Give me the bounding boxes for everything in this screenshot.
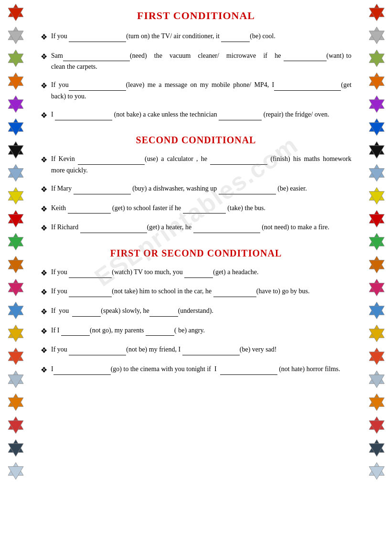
exercise-text: If you (speak) slowly, he(understand). <box>51 305 351 317</box>
blank[interactable] <box>221 34 250 42</box>
exercise-item: ❖ If you(leave) me a message on my mobil… <box>41 79 351 102</box>
bullet: ❖ <box>41 325 47 338</box>
bullet: ❖ <box>41 222 47 235</box>
star-icon <box>367 415 387 437</box>
blank[interactable] <box>146 328 174 336</box>
star-icon <box>6 438 26 460</box>
blank[interactable] <box>63 53 130 61</box>
blank[interactable] <box>69 289 112 297</box>
star-icon <box>367 392 387 414</box>
bullet: ❖ <box>41 344 47 357</box>
exercise-text: If Mary (buy) a dishwasher, washing up (… <box>51 183 351 194</box>
bullet: ❖ <box>41 51 47 63</box>
star-icon <box>6 186 26 208</box>
star-icon <box>367 278 387 299</box>
blank[interactable] <box>69 348 126 355</box>
exercise-item: ❖ If Richard (get) a heater, he (not nee… <box>41 222 351 235</box>
exercise-text: If you(leave) me a message on my mobile … <box>51 79 351 102</box>
exercise-text: If you (not be) my friend, I (be) very s… <box>51 344 351 355</box>
blank[interactable] <box>220 367 277 375</box>
star-icon <box>367 461 387 483</box>
bullet: ❖ <box>41 183 47 196</box>
star-icon <box>6 25 26 47</box>
star-icon <box>6 323 26 345</box>
star-icon <box>6 71 26 93</box>
exercise-text: If I (not go), my parents ( be) angry. <box>51 325 351 336</box>
exercise-text: Sam(need) the vacuum cleaner/ microwave … <box>51 50 351 73</box>
blank[interactable] <box>69 270 112 278</box>
star-icon <box>6 163 26 185</box>
left-border <box>0 0 31 555</box>
exercise-text: Keith (get) to school faster if he (take… <box>51 203 351 214</box>
page: ESLprintables.com FIRST CONDITIONAL ❖ If… <box>0 0 392 555</box>
blank[interactable] <box>55 113 112 120</box>
blank[interactable] <box>53 367 111 375</box>
star-icon <box>367 25 387 47</box>
blank[interactable] <box>284 53 327 61</box>
second-conditional-section: ❖ If Kevin (use) a calculator , he (fini… <box>41 153 351 234</box>
blank[interactable] <box>213 289 256 297</box>
blank[interactable] <box>210 157 267 165</box>
star-icon <box>367 209 387 231</box>
exercise-item: ❖ If you (not take) him to school in the… <box>41 286 351 299</box>
blank[interactable] <box>80 225 147 233</box>
blank[interactable] <box>193 225 260 233</box>
star-icon <box>6 94 26 116</box>
exercise-item: ❖ Keith (get) to school faster if he (ta… <box>41 203 351 215</box>
exercise-text: If Kevin (use) a calculator , he (finish… <box>51 153 351 176</box>
bullet: ❖ <box>41 80 47 92</box>
blank[interactable] <box>219 187 276 194</box>
content: FIRST CONDITIONAL ❖ If you (turn on) the… <box>31 0 361 392</box>
star-icon <box>367 346 387 368</box>
bullet: ❖ <box>41 286 47 299</box>
exercise-text: I(go) to the cinema with you tonight if … <box>51 363 351 375</box>
blank[interactable] <box>74 187 131 194</box>
bullet: ❖ <box>41 203 47 215</box>
star-icon <box>6 369 26 391</box>
blank[interactable] <box>72 309 101 317</box>
right-border <box>361 0 392 555</box>
blank[interactable] <box>219 113 262 120</box>
star-icon <box>367 369 387 391</box>
star-icon <box>367 71 387 93</box>
first-or-second-section: ❖ If you (watch) TV too much, you (get) … <box>41 267 351 376</box>
exercise-item: ❖ Sam(need) the vacuum cleaner/ microwav… <box>41 50 351 73</box>
star-icon <box>367 323 387 345</box>
star-icon <box>6 415 26 437</box>
star-icon <box>367 140 387 162</box>
blank[interactable] <box>61 328 90 336</box>
exercise-item: ❖ I (not bake) a cake unless the technic… <box>41 109 351 122</box>
star-icon <box>367 117 387 139</box>
star-icon <box>367 232 387 254</box>
exercise-item: ❖ If you (watch) TV too much, you (get) … <box>41 267 351 279</box>
blank[interactable] <box>78 157 145 165</box>
section2-title: SECOND CONDITIONAL <box>41 135 351 146</box>
exercise-item: ❖ If Mary (buy) a dishwasher, washing up… <box>41 183 351 196</box>
bullet: ❖ <box>41 364 47 376</box>
star-icon <box>6 48 26 70</box>
star-icon <box>367 94 387 116</box>
blank[interactable] <box>68 206 111 213</box>
star-icon <box>367 2 387 24</box>
exercise-text: If you (watch) TV too much, you (get) a … <box>51 267 351 278</box>
exercise-item: ❖ If you (turn on) the TV/ air condition… <box>41 31 351 43</box>
first-conditional-section: ❖ If you (turn on) the TV/ air condition… <box>41 31 351 121</box>
star-icon <box>6 300 26 322</box>
star-icon <box>367 48 387 70</box>
blank[interactable] <box>69 83 126 91</box>
bullet: ❖ <box>41 31 47 43</box>
star-icon <box>6 278 26 299</box>
blank[interactable] <box>182 348 240 355</box>
blank[interactable] <box>69 34 126 42</box>
exercise-item: ❖ If I (not go), my parents ( be) angry. <box>41 325 351 338</box>
exercise-text: If Richard (get) a heater, he (not need)… <box>51 222 351 233</box>
blank[interactable] <box>183 206 226 213</box>
star-icon <box>6 117 26 139</box>
blank[interactable] <box>149 309 178 317</box>
star-icon <box>367 255 387 277</box>
star-icon <box>6 2 26 24</box>
blank[interactable] <box>274 83 341 91</box>
blank[interactable] <box>184 270 213 278</box>
exercise-text: I (not bake) a cake unless the technicia… <box>51 109 351 120</box>
bullet: ❖ <box>41 154 47 166</box>
